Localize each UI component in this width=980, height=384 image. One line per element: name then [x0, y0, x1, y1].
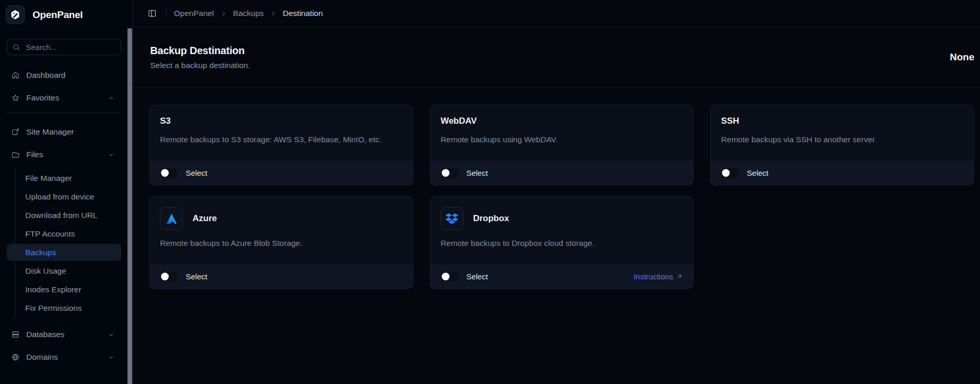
- folder-icon: [11, 151, 20, 159]
- sidebar-subitem-label: Backups: [25, 248, 56, 257]
- chevron-up-icon: [108, 95, 115, 102]
- select-toggle[interactable]: [441, 168, 458, 178]
- sidebar-scrollbar[interactable]: [127, 0, 133, 384]
- breadcrumb-item-destination[interactable]: Destination: [283, 9, 323, 18]
- app-name: OpenPanel: [33, 9, 83, 21]
- toggle-label: Select: [467, 169, 488, 177]
- toggle-label: Select: [747, 169, 768, 177]
- sidebar-subitem-label: FTP Accounts: [25, 229, 75, 239]
- sidebar-item-ftp-accounts[interactable]: FTP Accounts: [15, 225, 121, 243]
- toggle-knob: [722, 169, 730, 177]
- home-icon: [11, 71, 20, 79]
- sidebar-nav: DashboardFavoritesSite ManagerFilesFile …: [0, 67, 127, 365]
- panel-left-icon: [148, 9, 157, 18]
- breadcrumb-item-openpanel[interactable]: OpenPanel: [174, 9, 214, 18]
- destination-cards: S3Remote backups to S3 storage: AWS S3, …: [149, 105, 974, 289]
- sidebar-sublist-files: File ManagerUpload from deviceDownload f…: [15, 169, 121, 318]
- sidebar-group-domains: Domains: [0, 349, 127, 365]
- selection-status: None: [950, 52, 975, 63]
- destination-card-webdav: WebDAVRemote backups using WebDAV.Select: [430, 105, 694, 186]
- sidebar-item-site-manager[interactable]: Site Manager: [0, 124, 127, 140]
- card-body: DropboxRemote backups to Dropbox cloud s…: [430, 196, 694, 264]
- search-icon: [12, 43, 20, 51]
- select-toggle[interactable]: [721, 168, 738, 178]
- sidebar-item-backups[interactable]: Backups: [15, 243, 121, 262]
- sidebar-subitem-label: File Manager: [25, 174, 72, 183]
- card-footer: Select: [150, 161, 413, 185]
- card-footer: Select: [150, 264, 413, 289]
- select-toggle[interactable]: [160, 272, 178, 281]
- database-icon: [11, 330, 20, 339]
- card-footer: Select: [711, 161, 974, 185]
- sidebar-item-databases[interactable]: Databases: [0, 326, 127, 343]
- card-title: Azure: [192, 213, 217, 224]
- dropbox-logo-icon: [445, 212, 458, 225]
- sidebar-group-files: FilesFile ManagerUpload from deviceDownl…: [0, 146, 127, 318]
- destination-card-ssh: SSHRemote backups via SSH to another ser…: [710, 105, 974, 186]
- star-icon: [11, 94, 20, 102]
- sidebar-subitem-label: Fix Permissions: [25, 304, 82, 313]
- card-body: WebDAVRemote backups using WebDAV.: [430, 105, 694, 161]
- sidebar-item-inodes-explorer[interactable]: Inodes Explorer: [15, 280, 121, 299]
- card-description: Remote backups using WebDAV.: [441, 135, 683, 145]
- card-title: S3: [160, 116, 403, 126]
- arrow-up-right-icon: [676, 273, 683, 280]
- toggle-knob: [442, 273, 449, 280]
- sidebar-subitem-label: Upload from device: [25, 192, 94, 202]
- openpanel-logo-icon: [6, 5, 25, 24]
- card-description: Remote backups via SSH to another server…: [721, 135, 963, 145]
- toggle-knob: [442, 169, 449, 177]
- card-description: Remote backups to Azure Blob Storage.: [160, 238, 403, 248]
- select-toggle[interactable]: [160, 168, 178, 178]
- instructions-link-label: Instructions: [634, 272, 673, 281]
- destination-card-s3: S3Remote backups to S3 storage: AWS S3, …: [149, 105, 413, 186]
- sidebar-item-files[interactable]: Files: [0, 146, 127, 163]
- sidebar-item-download-from-url[interactable]: Download from URL: [15, 206, 121, 225]
- page-title: Backup Destination: [150, 45, 250, 57]
- sidebar-group-databases: Databases: [0, 326, 127, 343]
- sidebar-item-dashboard[interactable]: Dashboard: [0, 67, 127, 84]
- app-window: OpenPanel DashboardFavoritesSite Manager…: [0, 0, 980, 384]
- sidebar-item-label: Files: [26, 150, 43, 159]
- sidebar-subitem-label: Download from URL: [25, 211, 98, 220]
- breadcrumb-item-backups[interactable]: Backups: [233, 9, 264, 18]
- search-input[interactable]: [25, 42, 116, 52]
- sidebar-item-label: Domains: [26, 353, 58, 362]
- card-footer: SelectInstructions: [430, 264, 694, 289]
- sidebar-item-domains[interactable]: Domains: [0, 349, 127, 365]
- sidebar-item-disk-usage[interactable]: Disk Usage: [15, 262, 121, 280]
- chevron-down-icon: [108, 354, 115, 361]
- breadcrumb: OpenPanelBackupsDestination: [174, 9, 323, 18]
- card-title: SSH: [721, 116, 963, 126]
- sidebar-group-favorites: Favorites: [0, 90, 127, 106]
- instructions-link[interactable]: Instructions: [634, 272, 683, 281]
- select-toggle[interactable]: [441, 272, 458, 281]
- sidebar-toggle-button[interactable]: [146, 7, 159, 20]
- sidebar-item-fix-permissions[interactable]: Fix Permissions: [15, 299, 121, 318]
- chevron-down-icon: [108, 331, 115, 338]
- card-icon-row: Azure: [160, 207, 403, 230]
- destination-card-azure: AzureRemote backups to Azure Blob Storag…: [149, 196, 413, 289]
- toggle-label: Select: [467, 272, 488, 281]
- chevron-down-icon: [108, 152, 115, 158]
- toggle-label: Select: [186, 169, 207, 177]
- brand: OpenPanel: [6, 5, 127, 24]
- sidebar-item-file-manager[interactable]: File Manager: [15, 169, 121, 188]
- search-box[interactable]: [7, 39, 121, 55]
- sidebar-group-site-manager: Site Manager: [0, 124, 127, 140]
- page-content: S3Remote backups to S3 storage: AWS S3, …: [133, 88, 980, 289]
- card-body: S3Remote backups to S3 storage: AWS S3, …: [150, 105, 413, 161]
- sidebar-item-upload-from-device[interactable]: Upload from device: [15, 188, 121, 206]
- toggle-knob: [161, 169, 169, 177]
- destination-card-dropbox: DropboxRemote backups to Dropbox cloud s…: [430, 196, 694, 289]
- toggle-knob: [161, 273, 169, 280]
- page-subtitle: Select a backup destination.: [150, 61, 250, 70]
- card-title: Dropbox: [473, 213, 509, 224]
- main-area: OpenPanelBackupsDestination Backup Desti…: [133, 0, 980, 384]
- sidebar-item-favorites[interactable]: Favorites: [0, 90, 127, 106]
- chevron-right-icon: [220, 10, 227, 17]
- scrollbar-thumb[interactable]: [127, 28, 132, 384]
- globe-icon: [11, 353, 20, 361]
- sidebar-item-label: Favorites: [26, 93, 59, 103]
- sidebar-subitem-label: Disk Usage: [25, 266, 66, 276]
